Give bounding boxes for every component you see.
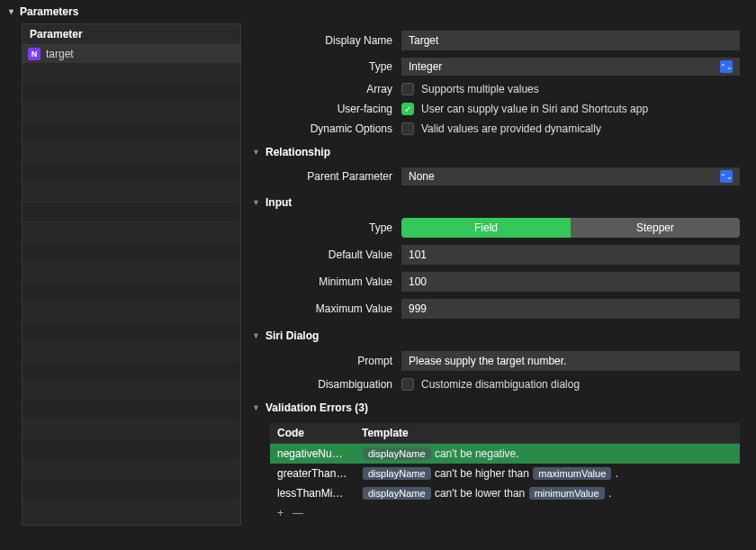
table-row[interactable] xyxy=(22,420,240,440)
dynamic-options-checkbox[interactable] xyxy=(401,122,414,135)
input-section-header[interactable]: ▼ Input xyxy=(252,196,740,209)
add-row-button[interactable]: + xyxy=(277,507,284,519)
type-label: Type xyxy=(252,60,392,73)
detail-panel: Display Name Type Integer ⌃⌄ Array Suppo… xyxy=(252,23,740,526)
display-name-label: Display Name xyxy=(252,34,392,47)
max-value-input[interactable] xyxy=(401,299,740,319)
parent-parameter-label: Parent Parameter xyxy=(252,170,392,183)
user-facing-checkbox[interactable]: ✓ xyxy=(401,103,414,115)
array-checkbox[interactable] xyxy=(401,83,414,95)
template-token: displayName xyxy=(363,487,431,500)
chevron-updown-icon: ⌃⌄ xyxy=(720,60,733,73)
table-row[interactable] xyxy=(22,341,240,361)
table-row[interactable] xyxy=(22,401,240,420)
table-row[interactable] xyxy=(22,262,240,282)
table-row[interactable] xyxy=(22,143,240,163)
prompt-label: Prompt xyxy=(252,355,392,367)
table-row[interactable] xyxy=(22,242,240,262)
user-facing-label: User-facing xyxy=(252,103,392,115)
display-name-input[interactable] xyxy=(401,31,740,50)
template-text: . xyxy=(612,467,618,480)
siri-section-title: Siri Dialog xyxy=(266,329,319,342)
validation-row[interactable]: greaterThanM… displayName can't be highe… xyxy=(270,464,740,483)
validation-template: displayName can't be lower than minimumV… xyxy=(355,485,740,501)
validation-row[interactable]: lessThanMinim… displayName can't be lowe… xyxy=(270,483,740,503)
table-row[interactable] xyxy=(22,440,240,460)
validation-code: negativeNumb… xyxy=(270,446,355,462)
table-row[interactable] xyxy=(22,84,240,104)
disambiguation-checkbox-label: Customize disambiguation dialog xyxy=(421,378,580,391)
default-value-input[interactable] xyxy=(401,245,740,265)
sidebar-header[interactable]: Parameter xyxy=(22,24,240,45)
table-row[interactable] xyxy=(22,163,240,183)
input-type-label: Type xyxy=(252,221,392,234)
table-row[interactable] xyxy=(22,460,240,480)
disclosure-icon: ▼ xyxy=(252,331,261,340)
sidebar-item-target[interactable]: N target xyxy=(22,45,240,64)
input-section-title: Input xyxy=(266,196,292,209)
relationship-section-header[interactable]: ▼ Relationship xyxy=(252,146,740,158)
template-text: can't be negative. xyxy=(432,447,519,460)
siri-section-header[interactable]: ▼ Siri Dialog xyxy=(252,329,740,342)
panel-header[interactable]: ▼ Parameters xyxy=(0,0,756,23)
table-row[interactable] xyxy=(22,500,240,519)
min-value-input[interactable] xyxy=(401,272,740,292)
segment-field[interactable]: Field xyxy=(401,218,571,238)
validation-table: Code Template negativeNumb… displayName … xyxy=(270,423,740,523)
validation-row[interactable]: negativeNumb… displayName can't be negat… xyxy=(270,444,740,464)
type-select[interactable]: Integer ⌃⌄ xyxy=(401,58,740,76)
validation-code: lessThanMinim… xyxy=(270,485,355,501)
segment-stepper[interactable]: Stepper xyxy=(571,218,740,238)
validation-section-header[interactable]: ▼ Validation Errors (3) xyxy=(252,401,740,414)
disclosure-icon: ▼ xyxy=(252,403,261,412)
max-value-label: Maximum Value xyxy=(252,302,392,315)
table-row[interactable] xyxy=(22,361,240,381)
integer-type-icon: N xyxy=(28,48,40,60)
validation-col-template[interactable]: Template xyxy=(355,423,740,443)
dynamic-options-checkbox-label: Valid values are provided dynamically xyxy=(421,122,601,135)
default-value-label: Default Value xyxy=(252,248,392,261)
sidebar-item-label: target xyxy=(46,48,74,60)
table-row[interactable] xyxy=(22,302,240,321)
array-checkbox-label: Supports multiple values xyxy=(421,83,539,95)
parent-parameter-select[interactable]: None ⌃⌄ xyxy=(401,167,740,185)
table-row[interactable] xyxy=(22,123,240,143)
prompt-input[interactable] xyxy=(401,351,740,371)
table-row[interactable] xyxy=(22,183,240,203)
disclosure-icon: ▼ xyxy=(252,148,261,157)
template-text: can't be lower than xyxy=(432,487,528,500)
table-row[interactable] xyxy=(22,222,240,242)
validation-footer: + — xyxy=(270,503,740,523)
template-token: displayName xyxy=(363,467,431,480)
user-facing-checkbox-label: User can supply value in Siri and Shortc… xyxy=(421,103,648,115)
relationship-section-title: Relationship xyxy=(266,146,330,158)
table-row[interactable] xyxy=(22,480,240,500)
table-row[interactable] xyxy=(22,104,240,123)
validation-col-code[interactable]: Code xyxy=(270,423,355,443)
input-type-segmented: Field Stepper xyxy=(401,218,740,238)
validation-section-title: Validation Errors (3) xyxy=(266,401,368,414)
table-row[interactable] xyxy=(22,203,240,222)
parameter-sidebar: Parameter N target xyxy=(22,23,241,526)
validation-template: displayName can't be negative. xyxy=(355,446,740,462)
table-row[interactable] xyxy=(22,381,240,401)
template-token: displayName xyxy=(363,447,431,460)
validation-code: greaterThanM… xyxy=(270,465,355,482)
array-label: Array xyxy=(252,83,392,95)
chevron-updown-icon: ⌃⌄ xyxy=(720,170,733,183)
type-select-value: Integer xyxy=(409,60,442,73)
table-row[interactable] xyxy=(22,282,240,302)
min-value-label: Minimum Value xyxy=(252,275,392,288)
disambiguation-label: Disambiguation xyxy=(252,378,392,391)
template-token: minimumValue xyxy=(529,487,605,500)
template-text: can't be higher than xyxy=(432,467,533,480)
table-row[interactable] xyxy=(22,64,240,84)
template-token: maximumValue xyxy=(533,467,611,480)
disclosure-icon: ▼ xyxy=(252,198,261,207)
remove-row-button[interactable]: — xyxy=(292,507,303,519)
disambiguation-checkbox[interactable] xyxy=(401,378,414,391)
table-row[interactable] xyxy=(22,321,240,341)
validation-table-header: Code Template xyxy=(270,423,740,444)
template-text: . xyxy=(606,487,612,500)
panel-title: Parameters xyxy=(20,5,78,18)
